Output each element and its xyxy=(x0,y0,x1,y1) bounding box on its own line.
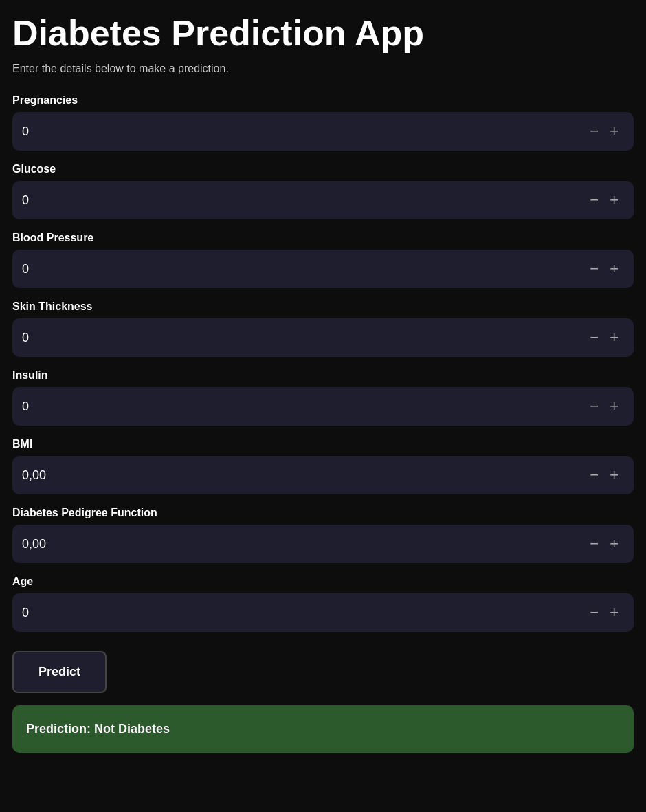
increment-pregnancies[interactable]: + xyxy=(604,124,624,139)
field-group-insulin: Insulin−+ xyxy=(12,369,634,426)
decrement-age[interactable]: − xyxy=(584,605,604,620)
label-pregnancies: Pregnancies xyxy=(12,94,634,107)
app-title: Diabetes Prediction App xyxy=(12,14,634,53)
field-group-bmi: BMI−+ xyxy=(12,438,634,494)
field-group-skin-thickness: Skin Thickness−+ xyxy=(12,300,634,357)
field-group-pregnancies: Pregnancies−+ xyxy=(12,94,634,151)
stepper-row-blood-pressure: −+ xyxy=(12,250,634,288)
label-glucose: Glucose xyxy=(12,163,634,175)
decrement-pregnancies[interactable]: − xyxy=(584,124,604,139)
label-bmi: BMI xyxy=(12,438,634,450)
prediction-result: Prediction: Not Diabetes xyxy=(12,705,634,753)
decrement-glucose[interactable]: − xyxy=(584,193,604,208)
stepper-row-bmi: −+ xyxy=(12,456,634,494)
input-age[interactable] xyxy=(22,606,584,620)
stepper-row-age: −+ xyxy=(12,593,634,632)
input-insulin[interactable] xyxy=(22,399,584,414)
field-group-glucose: Glucose−+ xyxy=(12,163,634,219)
field-group-age: Age−+ xyxy=(12,575,634,632)
label-insulin: Insulin xyxy=(12,369,634,382)
increment-diabetes-pedigree-function[interactable]: + xyxy=(604,536,624,551)
stepper-row-glucose: −+ xyxy=(12,181,634,219)
label-skin-thickness: Skin Thickness xyxy=(12,300,634,313)
input-diabetes-pedigree-function[interactable] xyxy=(22,537,584,551)
decrement-skin-thickness[interactable]: − xyxy=(584,330,604,345)
decrement-blood-pressure[interactable]: − xyxy=(584,261,604,276)
app-subtitle: Enter the details below to make a predic… xyxy=(12,63,634,75)
decrement-diabetes-pedigree-function[interactable]: − xyxy=(584,536,604,551)
label-age: Age xyxy=(12,575,634,588)
label-blood-pressure: Blood Pressure xyxy=(12,232,634,244)
stepper-row-diabetes-pedigree-function: −+ xyxy=(12,525,634,563)
input-bmi[interactable] xyxy=(22,468,584,483)
increment-insulin[interactable]: + xyxy=(604,399,624,414)
fields-container: Pregnancies−+Glucose−+Blood Pressure−+Sk… xyxy=(12,94,634,632)
increment-bmi[interactable]: + xyxy=(604,468,624,483)
increment-glucose[interactable]: + xyxy=(604,193,624,208)
stepper-row-skin-thickness: −+ xyxy=(12,318,634,357)
input-skin-thickness[interactable] xyxy=(22,331,584,345)
predict-button[interactable]: Predict xyxy=(12,651,107,693)
decrement-bmi[interactable]: − xyxy=(584,468,604,483)
stepper-row-pregnancies: −+ xyxy=(12,112,634,151)
increment-age[interactable]: + xyxy=(604,605,624,620)
input-blood-pressure[interactable] xyxy=(22,262,584,276)
input-glucose[interactable] xyxy=(22,193,584,208)
input-pregnancies[interactable] xyxy=(22,124,584,139)
label-diabetes-pedigree-function: Diabetes Pedigree Function xyxy=(12,507,634,519)
field-group-blood-pressure: Blood Pressure−+ xyxy=(12,232,634,288)
increment-skin-thickness[interactable]: + xyxy=(604,330,624,345)
increment-blood-pressure[interactable]: + xyxy=(604,261,624,276)
field-group-diabetes-pedigree-function: Diabetes Pedigree Function−+ xyxy=(12,507,634,563)
decrement-insulin[interactable]: − xyxy=(584,399,604,414)
stepper-row-insulin: −+ xyxy=(12,387,634,426)
